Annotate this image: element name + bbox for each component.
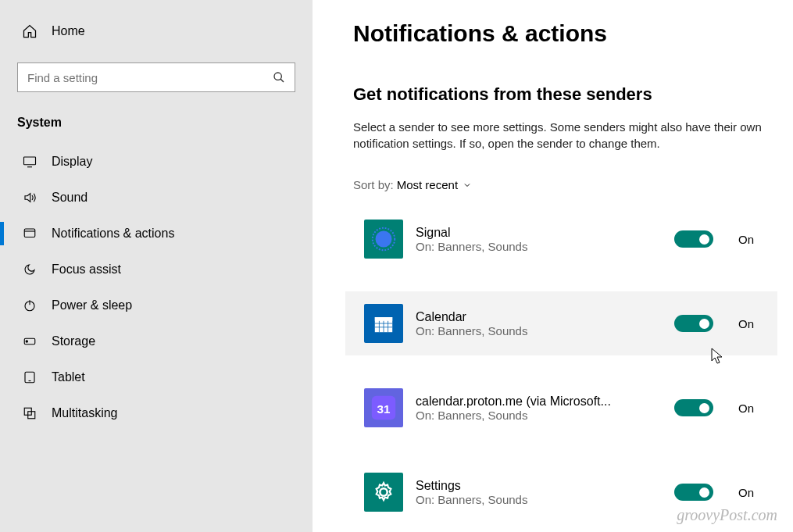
sort-dropdown[interactable]: Most recent: [397, 178, 472, 191]
search-icon: [273, 71, 285, 84]
sender-info: SettingsOn: Banners, Sounds: [416, 479, 662, 506]
svg-rect-17: [375, 317, 392, 321]
watermark: groovyPost.com: [677, 506, 777, 524]
search-box[interactable]: [17, 62, 295, 92]
sidebar-item-storage[interactable]: Storage: [0, 323, 313, 359]
sender-name: calendar.proton.me (via Microsoft...: [416, 395, 634, 409]
sender-name: Calendar: [416, 310, 634, 324]
sender-sub: On: Banners, Sounds: [416, 493, 662, 506]
sender-row[interactable]: SignalOn: Banners, SoundsOn: [345, 207, 777, 271]
focus-assist-icon: [22, 262, 38, 277]
sender-sub: On: Banners, Sounds: [416, 409, 662, 422]
app-icon: [364, 473, 403, 512]
display-icon: [22, 155, 38, 169]
section-description: Select a sender to see more settings. So…: [353, 119, 767, 152]
tablet-icon: [22, 370, 38, 384]
home-label: Home: [52, 24, 85, 38]
sidebar-item-label: Multitasking: [52, 406, 117, 420]
app-icon: [364, 220, 403, 259]
sort-by-row: Sort by: Most recent: [353, 178, 777, 191]
section-subtitle: Get notifications from these senders: [353, 84, 777, 105]
sender-row[interactable]: 31calendar.proton.me (via Microsoft...On…: [345, 376, 777, 440]
toggle-label: On: [738, 233, 770, 246]
app-icon: 31: [364, 388, 403, 427]
sender-info: SignalOn: Banners, Sounds: [416, 226, 662, 253]
app-icon: [364, 304, 403, 343]
chevron-down-icon: [463, 180, 472, 190]
home-button[interactable]: Home: [0, 17, 313, 45]
sender-list: SignalOn: Banners, SoundsOnCalendarOn: B…: [353, 207, 777, 524]
svg-rect-4: [24, 229, 35, 237]
sidebar-item-label: Notifications & actions: [52, 227, 174, 241]
sidebar-item-label: Sound: [52, 191, 88, 205]
sort-label: Sort by:: [353, 178, 394, 191]
svg-rect-2: [24, 157, 36, 165]
toggle-label: On: [738, 317, 770, 330]
sender-sub: On: Banners, Sounds: [416, 240, 662, 253]
sender-row[interactable]: CalendarOn: Banners, SoundsOn: [345, 291, 777, 355]
search-container: [17, 62, 295, 92]
sender-info: CalendarOn: Banners, Sounds: [416, 310, 662, 337]
sidebar-item-focus-assist[interactable]: Focus assist: [0, 252, 313, 287]
svg-point-9: [26, 341, 27, 342]
sidebar: Home System DisplaySoundNotifications & …: [0, 0, 313, 532]
toggle-switch[interactable]: [674, 315, 713, 332]
nav-list: DisplaySoundNotifications & actionsFocus…: [0, 144, 313, 431]
toggle-label: On: [738, 486, 770, 499]
sidebar-item-label: Power & sleep: [52, 298, 132, 312]
sidebar-item-label: Storage: [52, 334, 95, 348]
sidebar-item-notifications[interactable]: Notifications & actions: [0, 216, 313, 252]
sender-sub: On: Banners, Sounds: [416, 324, 662, 337]
home-icon: [22, 23, 38, 39]
notifications-icon: [22, 227, 38, 241]
svg-point-0: [274, 73, 281, 80]
sidebar-item-multitasking[interactable]: Multitasking: [0, 395, 313, 431]
toggle-switch[interactable]: [674, 230, 713, 248]
svg-text:31: 31: [377, 402, 391, 416]
toggle-label: On: [738, 402, 770, 415]
sender-name: Settings: [416, 479, 634, 493]
toggle-switch[interactable]: [674, 399, 713, 416]
main-content: Notifications & actions Get notification…: [313, 0, 793, 532]
multitasking-icon: [22, 406, 38, 420]
sort-value: Most recent: [397, 178, 458, 191]
storage-icon: [22, 334, 38, 348]
sender-name: Signal: [416, 226, 634, 240]
toggle-switch[interactable]: [674, 484, 713, 501]
page-title: Notifications & actions: [353, 20, 777, 47]
svg-point-15: [376, 231, 392, 248]
sound-icon: [22, 191, 38, 205]
power-sleep-icon: [22, 298, 38, 312]
sidebar-item-label: Focus assist: [52, 262, 121, 277]
sidebar-item-display[interactable]: Display: [0, 144, 313, 180]
svg-line-1: [280, 79, 284, 82]
sidebar-item-label: Display: [52, 155, 92, 169]
sender-info: calendar.proton.me (via Microsoft...On: …: [416, 395, 662, 422]
sidebar-item-sound[interactable]: Sound: [0, 180, 313, 216]
section-label: System: [0, 116, 313, 144]
sidebar-item-tablet[interactable]: Tablet: [0, 359, 313, 395]
sidebar-item-power-sleep[interactable]: Power & sleep: [0, 287, 313, 323]
search-input[interactable]: [27, 71, 273, 84]
sidebar-item-label: Tablet: [52, 370, 85, 384]
